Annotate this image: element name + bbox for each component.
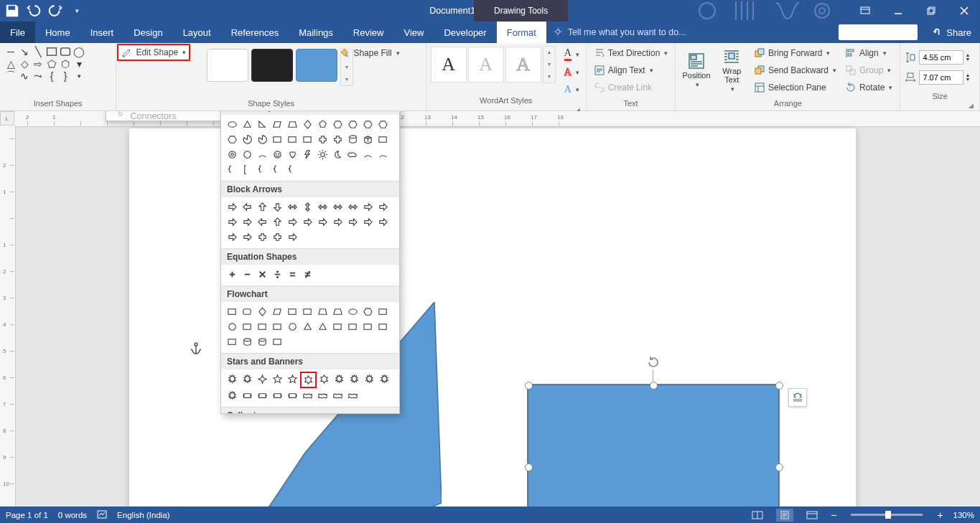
shape-rect[interactable] bbox=[225, 304, 240, 319]
resize-handle-nw[interactable] bbox=[525, 382, 533, 390]
shape-star5[interactable] bbox=[285, 372, 300, 387]
close-icon[interactable] bbox=[948, 0, 980, 22]
shape-arrD[interactable] bbox=[270, 199, 285, 215]
picker-equation-grid[interactable] bbox=[221, 265, 399, 286]
resize-handle-e[interactable] bbox=[775, 463, 783, 471]
shape-donut[interactable] bbox=[225, 147, 240, 162]
qat-save-icon[interactable] bbox=[4, 3, 20, 19]
shape-tri[interactable] bbox=[240, 117, 255, 132]
picker-arrows-grid[interactable] bbox=[221, 197, 399, 248]
shape-height-input[interactable]: ▴▾ bbox=[905, 50, 969, 65]
shape-banner[interactable] bbox=[240, 388, 255, 403]
shape-cube[interactable] bbox=[360, 132, 375, 147]
shape-arrR[interactable] bbox=[285, 230, 300, 245]
tab-format[interactable]: Format bbox=[497, 22, 546, 43]
shape-rect[interactable] bbox=[300, 132, 315, 147]
shape-hex[interactable] bbox=[345, 117, 360, 132]
shape-rect[interactable] bbox=[375, 304, 391, 319]
shape-arrR[interactable] bbox=[225, 199, 240, 215]
shape-rect[interactable] bbox=[375, 319, 391, 334]
shape-hex[interactable] bbox=[360, 117, 375, 132]
status-page[interactable]: Page 1 of 1 bbox=[6, 511, 48, 519]
shape-plus[interactable] bbox=[330, 132, 345, 147]
shape-arrR[interactable] bbox=[375, 215, 391, 230]
shape-plus[interactable] bbox=[270, 230, 285, 245]
shape-rect[interactable] bbox=[345, 319, 360, 334]
tab-references[interactable]: References bbox=[221, 22, 289, 43]
maximize-icon[interactable] bbox=[915, 0, 947, 22]
shape-arc[interactable] bbox=[255, 147, 270, 162]
send-backward-button[interactable]: Send Backward▾ bbox=[751, 63, 839, 77]
shape-para[interactable] bbox=[270, 304, 285, 319]
shape-rect[interactable] bbox=[240, 319, 255, 334]
zoom-slider[interactable] bbox=[851, 514, 923, 516]
shape-sun[interactable] bbox=[315, 147, 330, 162]
align-button[interactable]: Align▾ bbox=[842, 46, 895, 60]
shape-fill-button[interactable]: Shape Fill▾ bbox=[336, 46, 402, 60]
shape-bracket[interactable] bbox=[240, 162, 255, 177]
zoom-in-icon[interactable]: + bbox=[937, 509, 943, 521]
selected-rectangle-shape[interactable] bbox=[528, 385, 779, 506]
size-dialog-launcher-icon[interactable]: ◢ bbox=[905, 102, 975, 109]
resize-handle-w[interactable] bbox=[525, 463, 533, 471]
shape-height-value[interactable] bbox=[919, 50, 963, 65]
tab-home[interactable]: Home bbox=[35, 22, 80, 43]
shape-wave[interactable] bbox=[330, 388, 345, 403]
tab-review[interactable]: Review bbox=[343, 22, 394, 43]
shape-banner[interactable] bbox=[255, 388, 270, 403]
shape-star6[interactable] bbox=[317, 372, 332, 387]
shape-arrR[interactable] bbox=[345, 215, 360, 230]
shape-rtri[interactable] bbox=[255, 117, 270, 132]
shape-arrR[interactable] bbox=[225, 230, 240, 245]
edit-shape-button[interactable]: Edit Shape▾ bbox=[117, 44, 190, 61]
title-search-box[interactable] bbox=[839, 24, 918, 40]
shape-cylinder[interactable] bbox=[345, 132, 360, 147]
tab-design[interactable]: Design bbox=[123, 22, 172, 43]
qat-undo-icon[interactable] bbox=[26, 3, 42, 19]
shape-arrR[interactable] bbox=[360, 199, 375, 215]
shape-burst[interactable] bbox=[240, 372, 255, 387]
shape-trap[interactable] bbox=[285, 117, 300, 132]
shape-eq_div[interactable] bbox=[270, 267, 285, 282]
shape-star5[interactable] bbox=[270, 372, 285, 387]
tab-view[interactable]: View bbox=[393, 22, 434, 43]
tab-layout[interactable]: Layout bbox=[173, 22, 221, 43]
shape-can[interactable] bbox=[240, 334, 255, 349]
shape-burst[interactable] bbox=[347, 372, 362, 387]
shape-wave[interactable] bbox=[315, 388, 330, 403]
shape-burst[interactable] bbox=[362, 372, 377, 387]
shape-smile[interactable] bbox=[270, 147, 285, 162]
text-fill-icon[interactable]: A▾ bbox=[561, 46, 582, 62]
shape-arrLR[interactable] bbox=[285, 199, 300, 215]
shape-width-input[interactable]: ▴▾ bbox=[905, 70, 969, 85]
shape-hex[interactable] bbox=[330, 117, 345, 132]
wordart-gallery[interactable]: A A A ▴▾▾ bbox=[431, 46, 556, 83]
shape-star6[interactable] bbox=[300, 372, 317, 388]
selection-pane-button[interactable]: Selection Pane bbox=[751, 80, 839, 95]
tell-me-search[interactable]: Tell me what you want to do... bbox=[546, 22, 839, 43]
shape-circ[interactable] bbox=[285, 319, 300, 334]
zoom-percentage[interactable]: 130% bbox=[953, 511, 974, 519]
shape-eq_minus[interactable] bbox=[240, 267, 255, 282]
shape-rect[interactable] bbox=[285, 304, 300, 319]
shape-rect[interactable] bbox=[360, 319, 375, 334]
shape-arrR[interactable] bbox=[225, 215, 240, 230]
shape-arrR[interactable] bbox=[315, 215, 330, 230]
shape-plus[interactable] bbox=[255, 230, 270, 245]
shape-burst[interactable] bbox=[377, 372, 392, 387]
status-proofing-icon[interactable] bbox=[97, 509, 107, 521]
view-print-layout-icon[interactable] bbox=[776, 509, 793, 522]
shape-heart[interactable] bbox=[285, 147, 300, 162]
shape-brace[interactable] bbox=[225, 162, 240, 177]
shape-arrR[interactable] bbox=[375, 199, 391, 215]
tab-file[interactable]: File bbox=[0, 22, 35, 43]
shape-arrL[interactable] bbox=[240, 199, 255, 215]
tab-developer[interactable]: Developer bbox=[434, 22, 496, 43]
shape-cloud[interactable] bbox=[345, 147, 360, 162]
shape-arrR[interactable] bbox=[330, 215, 345, 230]
shape-brace[interactable] bbox=[270, 162, 285, 177]
shape-rect[interactable] bbox=[300, 304, 315, 319]
layout-options-icon[interactable] bbox=[788, 388, 807, 407]
shape-burst[interactable] bbox=[332, 372, 347, 387]
text-outline-icon[interactable]: A▾ bbox=[561, 65, 582, 80]
